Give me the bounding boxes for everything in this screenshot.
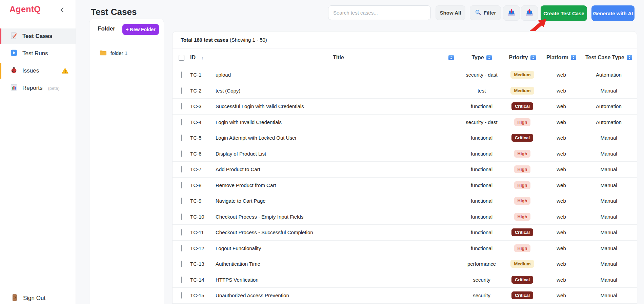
row-checkbox[interactable] [181,103,182,109]
sidebar-item-test-cases[interactable]: Test Cases [0,28,76,44]
column-label: Platform [546,55,568,61]
row-checkbox[interactable] [181,72,182,78]
cell-title[interactable]: Successful Login with Valid Credentials [216,103,461,109]
select-all-checkbox[interactable] [179,55,184,61]
column-header-id[interactable]: ID ↑ [190,55,216,61]
row-checkbox-cell [173,182,190,188]
column-header-platform[interactable]: Platform [543,55,580,61]
new-folder-button[interactable]: + New Folder [122,24,159,35]
row-checkbox[interactable] [181,229,182,236]
row-checkbox[interactable] [181,245,182,251]
collapse-sidebar-icon[interactable] [59,6,66,14]
row-checkbox[interactable] [181,292,182,299]
folder-panel-header: Folder + New Folder [89,19,164,40]
row-checkbox[interactable] [181,277,182,283]
cell-title[interactable]: Unauthorized Access Prevention [216,292,461,298]
cell-title[interactable]: Checkout Process - Empty Input Fields [216,214,461,220]
row-checkbox[interactable] [181,261,182,267]
row-checkbox-cell [173,88,190,94]
priority-badge: Critical [511,291,533,299]
warning-icon [61,67,69,76]
cell-priority: High [502,213,543,221]
table-row[interactable]: TC-10 Checkout Process - Empty Input Fie… [173,209,637,225]
table-row[interactable]: TC-4 Login with Invalid Credentials secu… [173,115,637,130]
table-row[interactable]: TC-12 Logout Functionality functional Hi… [173,241,637,257]
export-button[interactable] [521,5,538,21]
show-all-button[interactable]: Show All [436,5,465,20]
table-row[interactable]: TC-9 Navigate to Cart Page functional Hi… [173,193,637,209]
cell-platform: web [543,198,580,204]
cell-title[interactable]: Remove Product from Cart [216,182,461,188]
filter-updown-icon[interactable] [571,55,576,60]
filter-button[interactable]: Filter [470,5,501,20]
folder-list-item[interactable]: folder 1 [89,49,164,57]
table-row[interactable]: TC-5 Login Attempt with Locked Out User … [173,130,637,146]
filter-updown-icon[interactable] [627,55,632,60]
row-checkbox[interactable] [181,150,182,157]
cell-title[interactable]: Navigate to Cart Page [216,198,461,204]
row-checkbox[interactable] [181,214,182,220]
sort-ascending-icon[interactable]: ↑ [201,55,204,60]
table-row[interactable]: TC-3 Successful Login with Valid Credent… [173,99,637,115]
cell-title[interactable]: HTTPS Verification [216,277,461,283]
column-header-title[interactable]: Title [216,55,461,61]
cell-platform: web [543,119,580,125]
row-checkbox[interactable] [181,166,182,173]
cell-title[interactable]: test (Copy) [216,88,461,94]
table-row[interactable]: TC-15 Unauthorized Access Prevention sec… [173,288,637,304]
filter-updown-icon[interactable] [448,55,454,60]
sign-out-button[interactable]: Sign Out [0,291,76,304]
cell-platform: web [543,277,580,283]
column-label: ID [190,55,196,61]
column-label: Type [471,55,484,61]
table-row[interactable]: TC-8 Remove Product from Cart functional… [173,178,637,194]
search-input[interactable] [328,5,431,20]
cell-title[interactable]: upload [216,72,461,78]
row-checkbox[interactable] [181,182,182,188]
table-row[interactable]: TC-13 Authentication Time performance Me… [173,256,637,272]
page-title: Test Cases [91,7,137,17]
column-header-type[interactable]: Type [461,55,502,61]
column-header-priority[interactable]: Priority [502,55,543,61]
table-row[interactable]: TC-1 upload security - dast Medium web A… [173,67,637,83]
cell-title[interactable]: Login Attempt with Locked Out User [216,135,461,141]
table-row[interactable]: TC-14 HTTPS Verification security Critic… [173,272,637,288]
cell-title[interactable]: Display of Product List [216,151,461,157]
generate-with-ai-button[interactable]: Generate with AI [591,5,635,21]
sidebar-item-test-runs[interactable]: Test Runs [0,46,76,61]
row-checkbox[interactable] [181,135,182,141]
cell-platform: web [543,72,580,78]
row-checkbox[interactable] [181,87,182,94]
sidebar-item-reports[interactable]: Reports (beta) [0,80,76,96]
cell-title[interactable]: Checkout Process - Successful Completion [216,229,461,235]
import-button[interactable] [503,5,520,21]
create-test-case-button[interactable]: Create Test Case [541,5,587,21]
table-row[interactable]: TC-7 Add Product to Cart functional High… [173,162,637,178]
table-row[interactable]: TC-11 Checkout Process - Successful Comp… [173,225,637,241]
row-checkbox-cell [173,151,190,157]
row-checkbox-cell [173,261,190,267]
cell-title[interactable]: Authentication Time [216,261,461,267]
cell-title[interactable]: Add Product to Cart [216,166,461,172]
cell-id: TC-3 [190,103,216,109]
table-row[interactable]: TC-6 Display of Product List functional … [173,146,637,162]
cell-title[interactable]: Logout Functionality [216,245,461,251]
folder-icon [99,49,106,57]
row-checkbox[interactable] [181,119,182,125]
cell-id: TC-8 [190,182,216,188]
cell-priority: Critical [502,276,543,284]
priority-badge: Medium [510,260,534,268]
cell-title[interactable]: Login with Invalid Credentials [216,119,461,125]
cell-test-case-type: Manual [580,166,637,172]
row-checkbox[interactable] [181,198,182,204]
cell-id: TC-1 [190,72,216,78]
priority-badge: Critical [511,276,533,284]
filter-updown-icon[interactable] [530,55,536,60]
table-row[interactable]: TC-2 test (Copy) test Medium web Manual [173,83,637,99]
sidebar-item-issues[interactable]: Issues [0,63,76,79]
cell-test-case-type: Manual [580,182,637,188]
cell-id: TC-5 [190,135,216,141]
filter-updown-icon[interactable] [486,55,492,60]
column-header-test-case-type[interactable]: Test Case Type [580,55,637,61]
sidebar: AgentQ Test Cases Test Runs Issues [0,0,76,304]
